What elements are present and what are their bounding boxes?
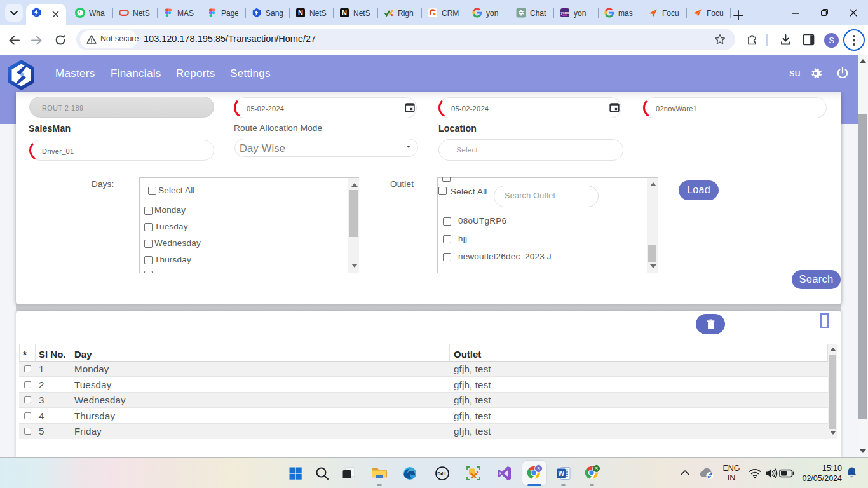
svg-text:W: W (558, 470, 564, 477)
svg-text:D•LL: D•LL (438, 471, 447, 476)
svg-text:S: S (537, 466, 540, 471)
svg-text:yono: yono (560, 11, 569, 15)
svg-text:N: N (298, 9, 303, 17)
svg-text:N: N (342, 9, 347, 17)
svg-text:S: S (595, 466, 598, 471)
